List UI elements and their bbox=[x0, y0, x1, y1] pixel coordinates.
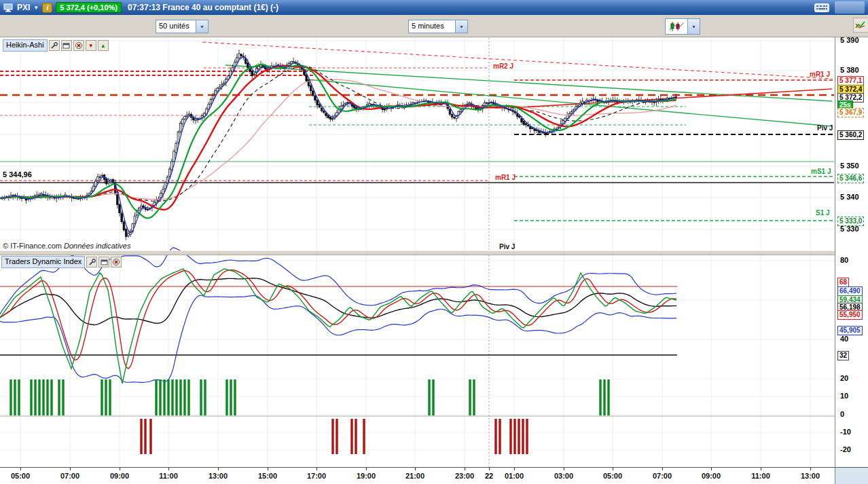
buy-signal-bar bbox=[109, 379, 111, 415]
candle-body bbox=[342, 105, 344, 106]
sell-signal-bar bbox=[149, 419, 151, 454]
indicator-title[interactable]: Heikin-Ashi bbox=[3, 39, 48, 52]
wrench-icon[interactable] bbox=[86, 257, 97, 267]
candle-body bbox=[186, 115, 188, 117]
chevron-down-icon[interactable]: ▼ bbox=[33, 5, 39, 11]
window-icon[interactable] bbox=[98, 257, 109, 267]
candle-body bbox=[139, 208, 141, 210]
sell-arrow-icon[interactable]: ▼ bbox=[86, 40, 96, 51]
time-tick bbox=[613, 468, 613, 470]
price-axis[interactable]: 5 3905 3805 3505 3405 330804020100-10-20… bbox=[835, 37, 868, 467]
time-label: 22 bbox=[485, 472, 493, 480]
panel-divider[interactable] bbox=[0, 250, 835, 255]
sell-signal-bar bbox=[363, 419, 365, 454]
tdi-panel-header: Traders Dynamic Index bbox=[1, 256, 122, 268]
candle-body bbox=[293, 62, 295, 62]
axis-value-badge: 32 bbox=[837, 351, 849, 360]
time-label: 05:00 bbox=[603, 472, 622, 480]
buy-signal-bar bbox=[230, 379, 232, 415]
time-label: 09:00 bbox=[110, 472, 129, 480]
axis-tick-label: 5 340 bbox=[840, 193, 859, 201]
units-select[interactable]: 50 unités ▼ bbox=[156, 20, 209, 33]
axis-tick-label: 20 bbox=[840, 374, 848, 382]
timeframe-select[interactable]: 5 minutes ▼ bbox=[408, 20, 468, 33]
axis-value-badge: 45,905 bbox=[837, 326, 863, 335]
candle-body bbox=[121, 213, 123, 222]
axis-tick-label: 80 bbox=[840, 256, 848, 264]
sell-signal-bar bbox=[331, 419, 333, 454]
sell-signal-bar bbox=[518, 419, 520, 454]
buy-arrow-icon[interactable]: ▲ bbox=[98, 40, 109, 51]
candle-body bbox=[97, 176, 99, 181]
keyboard-icon[interactable] bbox=[814, 3, 829, 12]
candle-body bbox=[232, 67, 234, 71]
chart-canvas[interactable] bbox=[0, 0, 868, 484]
buy-signal-bar bbox=[46, 379, 48, 415]
time-tick bbox=[514, 468, 515, 470]
candle-body bbox=[219, 87, 221, 88]
chevron-down-icon[interactable]: ▼ bbox=[455, 20, 467, 33]
candle-body bbox=[108, 182, 110, 183]
time-tick bbox=[268, 468, 268, 470]
time-tick bbox=[70, 468, 71, 470]
candle-body bbox=[106, 179, 108, 184]
buy-signal-bar bbox=[171, 379, 173, 415]
candle-body bbox=[573, 109, 575, 111]
close-icon[interactable] bbox=[73, 40, 84, 51]
candle-body bbox=[581, 101, 583, 103]
info-icon[interactable]: i bbox=[42, 3, 52, 13]
candle-body bbox=[179, 123, 181, 132]
sell-signal-bar bbox=[350, 419, 352, 454]
wrench-icon[interactable] bbox=[49, 40, 60, 51]
chevron-down-icon[interactable]: ▼ bbox=[687, 19, 700, 34]
candle-body bbox=[173, 151, 175, 162]
units-value: 50 unités bbox=[156, 20, 196, 33]
instrument-window-icon[interactable] bbox=[3, 3, 14, 12]
candle-body bbox=[166, 177, 168, 183]
buy-signal-bar bbox=[225, 379, 228, 415]
sell-signal-bar bbox=[526, 419, 528, 454]
candle-body bbox=[340, 106, 342, 109]
axis-tick-label: 10 bbox=[840, 392, 848, 400]
candle-body bbox=[208, 104, 210, 109]
buy-signal-bar bbox=[159, 379, 161, 415]
time-tick bbox=[761, 468, 761, 470]
sell-signal-bar bbox=[494, 419, 496, 454]
axis-value-badge: 5 346,6 bbox=[837, 174, 864, 183]
candle-body bbox=[564, 118, 566, 121]
candle-body bbox=[168, 169, 170, 176]
candle-body bbox=[306, 75, 308, 81]
close-icon[interactable] bbox=[111, 257, 122, 267]
instrument-description: France 40 au comptant (1€) (-) bbox=[162, 3, 278, 12]
axis-corner bbox=[835, 467, 868, 484]
tdi-rsi-line bbox=[0, 269, 676, 384]
window-icon[interactable] bbox=[61, 40, 72, 51]
candle-body bbox=[516, 113, 518, 116]
candle-body bbox=[228, 76, 230, 79]
sell-signal-bar bbox=[336, 419, 338, 454]
time-tick bbox=[489, 468, 490, 470]
candle-body bbox=[527, 125, 529, 126]
indicator-title[interactable]: Traders Dynamic Index bbox=[1, 256, 85, 268]
time-tick bbox=[711, 468, 712, 470]
sell-signal-bar bbox=[513, 419, 516, 454]
buy-signal-bar bbox=[183, 379, 185, 415]
candle-body bbox=[314, 96, 317, 100]
time-axis[interactable]: 05:0007:0009:0011:0013:0015:0017:0019:00… bbox=[0, 467, 835, 484]
axis-tick-label: -10 bbox=[840, 428, 851, 436]
chart-style-button[interactable]: ▼ bbox=[665, 18, 700, 35]
trading-platform-window: 5 344,96 © IT-Finance.com Données indica… bbox=[0, 0, 868, 484]
candle-body bbox=[562, 120, 564, 124]
buy-signal-bar bbox=[163, 379, 165, 415]
candle-body bbox=[184, 116, 186, 119]
candle-body bbox=[119, 204, 121, 212]
time-tick bbox=[564, 468, 564, 470]
time-label: 03:00 bbox=[554, 472, 573, 480]
time-tick bbox=[366, 468, 367, 470]
chevron-down-icon[interactable]: ▼ bbox=[196, 20, 208, 33]
instrument-label[interactable]: PXI bbox=[17, 3, 30, 12]
chart-settings-icon[interactable]: ▼ bbox=[853, 18, 868, 33]
candle-body bbox=[460, 109, 462, 111]
candle-body bbox=[251, 71, 253, 76]
time-label: 21:00 bbox=[405, 472, 424, 480]
